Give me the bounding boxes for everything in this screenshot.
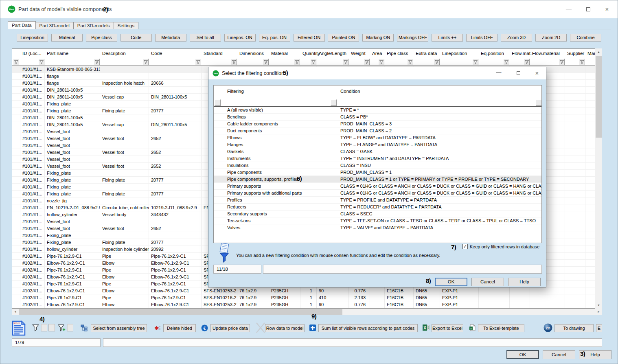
- filter-funnel-icon[interactable]: [13, 59, 19, 65]
- filter-funnel-icon[interactable]: [263, 59, 269, 65]
- tab-part-3d-model[interactable]: Part 3D-model: [35, 22, 74, 29]
- filter-funnel-icon[interactable]: [472, 59, 478, 65]
- row-selector[interactable]: [12, 211, 20, 218]
- filter-funnel-icon[interactable]: [559, 59, 565, 65]
- dialog-help-button[interactable]: Help: [508, 278, 541, 286]
- row-selector[interactable]: [12, 94, 20, 100]
- filter-condition-row[interactable]: Pipe componentsPROD_MAIN_CLASS = 1: [214, 169, 541, 176]
- row-selector[interactable]: [12, 281, 20, 287]
- filter-add-funnel-icon[interactable]: [58, 324, 66, 331]
- filter-funnel-icon[interactable]: [434, 59, 440, 65]
- row-selector[interactable]: [12, 163, 20, 169]
- row-selector[interactable]: [12, 260, 20, 266]
- filter-condition-row[interactable]: Tee-set-onsTYPE = TEE-SET-ON or CLASS = …: [214, 217, 541, 224]
- update-price-data-button[interactable]: Update price data: [210, 324, 250, 332]
- to-excel-template-button[interactable]: To Excel-template: [478, 324, 524, 332]
- row-selector[interactable]: [214, 190, 224, 196]
- plus-icon[interactable]: [309, 325, 316, 331]
- row-selector[interactable]: [214, 204, 224, 210]
- filter-condition-row[interactable]: ReducersTYPE = REDUCER* and DATATYPE = P…: [214, 204, 541, 211]
- filter-slot-2[interactable]: [48, 324, 55, 331]
- row-selector[interactable]: [12, 156, 20, 162]
- row-selector[interactable]: [12, 107, 20, 114]
- row-selector[interactable]: [214, 121, 224, 127]
- row-selector[interactable]: [12, 73, 20, 79]
- to-drawing-button[interactable]: To drawing: [554, 324, 594, 332]
- tab-part-data[interactable]: Part Data: [8, 21, 36, 29]
- row-selector[interactable]: [214, 155, 224, 162]
- euro-icon[interactable]: €: [201, 325, 208, 331]
- filter-condition-row[interactable]: Secondary supportsCLASS = SSEC: [214, 211, 541, 217]
- column-header-angle-length[interactable]: Angle/Length: [317, 49, 349, 59]
- row-selector[interactable]: [12, 287, 20, 294]
- filter-condition-row[interactable]: Primary supportsCLASS = 01HG or CLASS = …: [214, 183, 541, 190]
- minimize-icon[interactable]: —: [562, 4, 575, 14]
- filter-slot-3[interactable]: [67, 324, 73, 331]
- lineposition-button[interactable]: Lineposition: [17, 34, 48, 42]
- column-header-description[interactable]: Description: [100, 49, 149, 59]
- filter-condition-row[interactable]: Pipe components, supports, profilesPROD_…: [214, 176, 541, 183]
- limits-button[interactable]: Limits ++: [432, 34, 463, 42]
- column-header-id-loc[interactable]: ID (Loc...: [20, 49, 45, 59]
- dialog-minimize-icon[interactable]: —: [493, 69, 504, 78]
- row-selector[interactable]: [214, 148, 224, 155]
- row-selector[interactable]: [214, 217, 224, 224]
- filter-condition-row[interactable]: A (all rows visible)TYPE = *: [214, 107, 541, 114]
- filter-funnel-icon[interactable]: [231, 59, 237, 65]
- limits-off-button[interactable]: Limits OFF: [466, 34, 497, 42]
- filter-funnel-icon[interactable]: [579, 59, 585, 65]
- column-header-supplier[interactable]: Supplier: [565, 49, 585, 59]
- row-selector[interactable]: [12, 204, 20, 211]
- filter-condition-row[interactable]: FlangesTYPE = FLANGE* and DATATYPE = PAR…: [214, 141, 541, 148]
- filter-funnel-icon[interactable]: [364, 59, 370, 65]
- column-header-lineposition[interactable]: Lineposition: [440, 49, 479, 59]
- column-header-dimensions[interactable]: Dimensions: [237, 49, 269, 59]
- column-header-quantity[interactable]: Quantity: [300, 49, 317, 59]
- scroll-right-icon[interactable]: ►: [595, 309, 602, 315]
- column-header-area[interactable]: Area: [370, 49, 385, 59]
- scroll-left-icon[interactable]: ◄: [12, 309, 19, 315]
- zoom-2d-button[interactable]: Zoom 2D: [535, 34, 567, 42]
- row-selector[interactable]: [12, 121, 20, 128]
- scroll-down-icon[interactable]: ▼: [595, 302, 602, 309]
- row-selector[interactable]: [12, 170, 20, 176]
- row-selector[interactable]: [12, 80, 20, 86]
- cross-icon[interactable]: [255, 322, 266, 334]
- dialog-ok-button[interactable]: OK: [435, 278, 467, 286]
- marking-on-button[interactable]: Marking ON: [362, 34, 394, 42]
- row-selector[interactable]: [214, 211, 224, 217]
- select-from-assembly-tree-button[interactable]: Select from assembly tree: [91, 324, 147, 332]
- filter-funnel-icon[interactable]: [407, 59, 413, 65]
- row-selector[interactable]: [12, 87, 20, 93]
- export-to-excel-button[interactable]: Export to Excel: [432, 324, 463, 332]
- condition-column-header[interactable]: Condition: [337, 86, 542, 98]
- row-selector[interactable]: [214, 141, 224, 148]
- partial-edge-button[interactable]: E: [596, 324, 602, 332]
- sum-list-button[interactable]: Sum list of visible rows according to pa…: [318, 324, 418, 332]
- row-selector[interactable]: [12, 294, 20, 301]
- row-selector[interactable]: [12, 246, 20, 252]
- excel-template-icon[interactable]: x: [469, 324, 476, 331]
- column-header-material[interactable]: Material: [269, 49, 300, 59]
- row-selector[interactable]: [12, 239, 20, 246]
- linepos-on-button[interactable]: Linepos. ON: [224, 34, 256, 42]
- markings-off-button[interactable]: Markings OFF: [397, 34, 428, 42]
- keep-filtered-checkbox[interactable]: ✓: [462, 244, 468, 249]
- row-selector[interactable]: [12, 301, 20, 308]
- column-header-extra-data[interactable]: Extra data: [414, 49, 440, 59]
- table-row[interactable]: #102/#1...Elbow-76.1x2.9-C1ElbowElbow-76…: [12, 301, 602, 308]
- row-selector[interactable]: [12, 274, 20, 280]
- row-selector[interactable]: [214, 127, 224, 134]
- filter-condition-row[interactable]: ProfilesTYPE = PROFILE and DATATYPE = PA…: [214, 197, 541, 204]
- metadata-button[interactable]: Metadata: [155, 34, 186, 42]
- material-button[interactable]: Material: [51, 34, 83, 42]
- filter-condition-row[interactable]: InstrumentsTYPE = INSTRUMENT* and DATATY…: [214, 155, 541, 162]
- filter-funnel-icon[interactable]: [32, 324, 39, 331]
- row-selector[interactable]: [214, 134, 224, 141]
- filter-funnel-icon[interactable]: [536, 99, 542, 106]
- row-selector[interactable]: [12, 191, 20, 197]
- assembly-tree-icon[interactable]: [81, 325, 88, 331]
- combine-button[interactable]: Combine: [570, 34, 601, 42]
- filter-funnel-icon[interactable]: [294, 59, 300, 65]
- row-selector[interactable]: [214, 114, 224, 120]
